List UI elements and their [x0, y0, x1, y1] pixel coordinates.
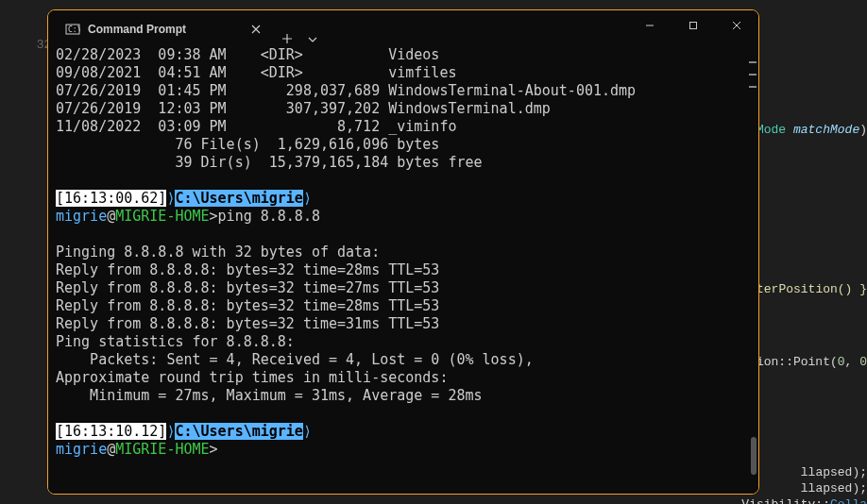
output-line: 09/08/2021 04:51 AM <DIR> vimfiles: [56, 64, 751, 82]
output-line: Minimum = 27ms, Maximum = 31ms, Average …: [56, 387, 751, 405]
output-line: Ping statistics for 8.8.8.8:: [56, 333, 751, 351]
window-controls: [628, 10, 758, 44]
svg-rect-2: [690, 23, 697, 29]
timestamp: [16:13:10.12]: [56, 423, 166, 440]
output-line: 39 Dir(s) 15,379,165,184 bytes free: [56, 154, 751, 172]
output-line: Approximate round trip times in milli-se…: [56, 369, 751, 387]
output-line: 07/26/2019 01:45 PM 298,037,689 WindowsT…: [56, 82, 751, 100]
tab-dropdown-button[interactable]: [301, 35, 324, 44]
hostname: MIGRIE-HOME: [115, 208, 209, 225]
terminal-output[interactable]: 02/28/2023 09:38 AM <DIR> Videos09/08/20…: [48, 44, 758, 494]
tab-command-prompt[interactable]: C:\ Command Prompt: [56, 14, 273, 44]
output-line: Pinging 8.8.8.8 with 32 bytes of data:: [56, 244, 751, 261]
tab-close-button[interactable]: [246, 20, 265, 39]
command-text: ping 8.8.8.8: [218, 208, 320, 225]
scroll-mark: [749, 74, 756, 76]
hostname: MIGRIE-HOME: [115, 441, 209, 458]
output-line: Packets: Sent = 4, Received = 4, Lost = …: [56, 351, 751, 369]
cwd: C:\Users\migrie: [175, 423, 302, 440]
new-tab-button[interactable]: [273, 33, 301, 44]
username: migrie: [56, 441, 107, 458]
scrollbar[interactable]: [749, 44, 756, 494]
output-line: 02/28/2023 09:38 AM <DIR> Videos: [56, 46, 751, 64]
output-line: Reply from 8.8.8.8: bytes=32 time=28ms T…: [56, 297, 751, 315]
tabs-area: C:\ Command Prompt: [48, 10, 324, 44]
minimize-button[interactable]: [628, 10, 672, 41]
output-line: 76 File(s) 1,629,616,096 bytes: [56, 136, 751, 154]
titlebar: C:\ Command Prompt: [48, 10, 758, 44]
prompt-line: [16:13:00.62]⟩C:\Users\migrie⟩: [56, 190, 751, 208]
cmd-icon: C:\: [65, 22, 80, 37]
prompt-line: migrie@MIGRIE-HOME>: [56, 441, 751, 459]
titlebar-drag-region[interactable]: [324, 10, 628, 44]
output-line: Reply from 8.8.8.8: bytes=32 time=27ms T…: [56, 279, 751, 297]
prompt-line: migrie@MIGRIE-HOME>ping 8.8.8.8: [56, 208, 751, 226]
svg-text:C:\: C:\: [68, 25, 80, 34]
tab-title: Command Prompt: [88, 23, 239, 36]
maximize-button[interactable]: [672, 10, 715, 41]
output-line: Reply from 8.8.8.8: bytes=32 time=31ms T…: [56, 315, 751, 333]
output-line: Reply from 8.8.8.8: bytes=32 time=28ms T…: [56, 261, 751, 279]
username: migrie: [56, 208, 107, 225]
scroll-mark: [749, 61, 756, 63]
timestamp: [16:13:00.62]: [56, 190, 166, 207]
terminal-window: C:\ Command Prompt: [47, 9, 759, 495]
bg-fragment: interPosition() }: [741, 280, 867, 298]
bg-fragment: Visibility::Colla: [741, 496, 867, 504]
prompt-line: [16:13:10.12]⟩C:\Users\migrie⟩: [56, 423, 751, 441]
scroll-thumb[interactable]: [751, 437, 756, 475]
output-line: 11/08/2022 03:09 PM 8,712 _viminfo: [56, 118, 751, 136]
cwd: C:\Users\migrie: [175, 190, 302, 207]
output-line: 07/26/2019 12:03 PM 307,397,202 WindowsT…: [56, 100, 751, 118]
scroll-mark: [749, 86, 756, 88]
close-button[interactable]: [715, 10, 758, 41]
